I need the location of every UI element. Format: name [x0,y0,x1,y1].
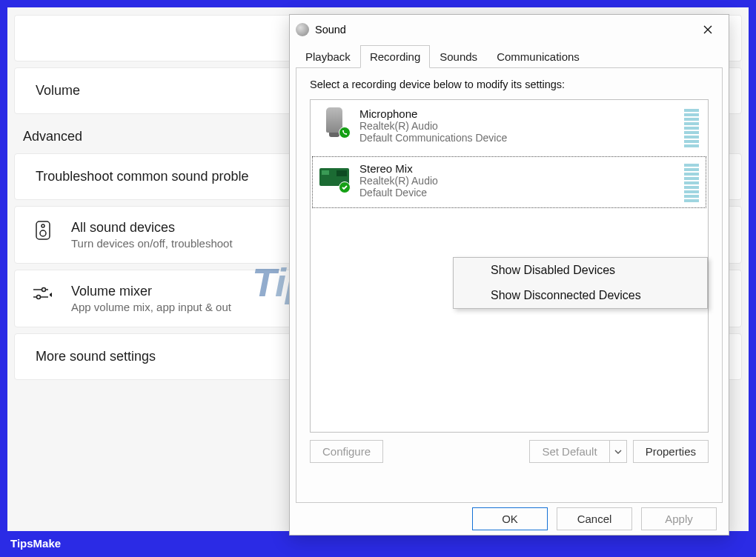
close-button[interactable] [693,19,723,40]
volume-mixer-title: Volume mixer [71,284,231,299]
device-row-stereomix[interactable]: Stereo Mix Realtek(R) Audio Default Devi… [311,155,708,210]
tab-body: Select a recording device below to modif… [296,67,723,503]
sound-app-icon [296,23,309,36]
device-status: Default Device [359,187,674,199]
properties-button[interactable]: Properties [633,440,709,463]
default-device-badge-icon [339,181,351,193]
device-name: Microphone [359,107,674,120]
tab-sounds[interactable]: Sounds [430,45,487,68]
tab-playback[interactable]: Playback [296,45,360,68]
titlebar: Sound [290,15,729,44]
device-status: Default Communications Device [359,132,674,144]
svg-point-4 [42,288,46,292]
volume-label: Volume [36,83,80,98]
default-comm-badge-icon [339,127,351,139]
volume-mixer-sub: App volume mix, app input & out [71,301,231,313]
set-default-split-button[interactable]: Set Default [529,440,626,463]
more-sound-label: More sound settings [36,349,156,364]
all-sound-devices-title: All sound devices [71,220,233,236]
mixer-icon [33,284,53,304]
speaker-icon [33,220,53,241]
sound-dialog: Sound Playback Recording Sounds Communic… [289,14,729,536]
device-driver: Realtek(R) Audio [359,120,674,132]
chevron-down-icon[interactable] [609,440,627,463]
apply-button[interactable]: Apply [641,507,717,530]
cancel-button[interactable]: Cancel [557,507,632,530]
menu-show-disabled[interactable]: Show Disabled Devices [454,258,707,283]
menu-show-disconnected[interactable]: Show Disconnected Devices [454,283,707,308]
tab-recording[interactable]: Recording [360,45,430,68]
instruction-text: Select a recording device below to modif… [310,79,709,90]
dialog-title: Sound [315,24,693,36]
device-driver: Realtek(R) Audio [359,175,674,187]
device-row-microphone[interactable]: Microphone Realtek(R) Audio Default Comm… [311,100,708,155]
level-meter [684,107,699,147]
svg-point-2 [40,230,46,236]
dialog-buttons: OK Cancel Apply [290,503,729,535]
soundcard-icon [319,162,349,192]
configure-button[interactable]: Configure [310,440,383,463]
svg-point-1 [42,224,44,227]
level-meter [684,162,699,202]
context-menu: Show Disabled Devices Show Disconnected … [453,257,708,309]
tab-strip: Playback Recording Sounds Communications [290,44,729,67]
microphone-icon [319,107,349,137]
tab-communications[interactable]: Communications [487,45,589,68]
troubleshoot-label: Troubleshoot common sound proble [36,169,249,184]
device-list[interactable]: Microphone Realtek(R) Audio Default Comm… [310,99,709,433]
svg-point-6 [37,296,41,299]
ok-button[interactable]: OK [472,507,548,530]
device-name: Stereo Mix [359,162,674,175]
footer-brand: TipsMake [10,537,61,550]
set-default-button[interactable]: Set Default [529,440,609,463]
all-sound-devices-sub: Turn devices on/off, troubleshoot [71,237,233,250]
